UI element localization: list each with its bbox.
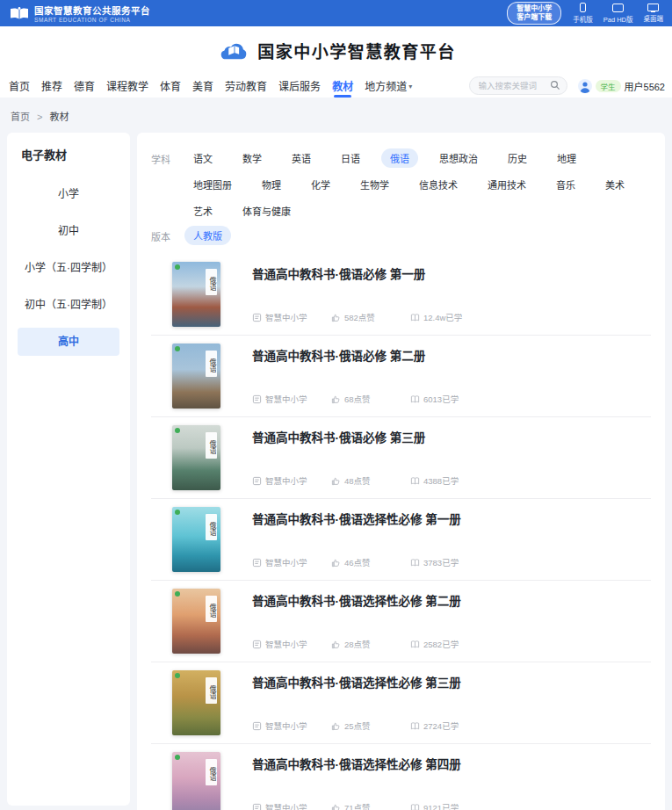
book-row[interactable]: 俄语 普通高中教科书·俄语必修 第三册 智慧中小学	[151, 417, 651, 499]
subject-option[interactable]: 思想政治	[430, 148, 487, 168]
sidebar-item-label: 高中	[58, 336, 79, 348]
nav-item-label: 课程教学	[106, 78, 148, 93]
source-app-icon	[252, 394, 262, 404]
app-version-label: Pad HD版	[603, 14, 633, 24]
nav-item-label: 推荐	[41, 78, 62, 93]
subject-option[interactable]: 俄语	[381, 148, 418, 168]
book-learned: 2582已学	[410, 638, 489, 650]
open-book-small-icon	[410, 721, 420, 731]
book-title: 普通高中教科书·俄语选择性必修 第三册	[252, 673, 651, 691]
book-source: 智慧中小学	[252, 638, 331, 650]
subject-option[interactable]: 语文	[184, 148, 221, 168]
sidebar-title: 电子教材	[7, 146, 130, 163]
thumbs-up-icon	[331, 803, 341, 810]
chevron-down-icon: ▾	[408, 83, 412, 90]
subject-option[interactable]: 体育与健康	[234, 201, 300, 221]
nav-item[interactable]: 美育 ▾	[192, 74, 213, 98]
subject-option[interactable]: 日语	[332, 148, 369, 168]
sidebar-item[interactable]: 初中	[18, 217, 119, 245]
search-icon[interactable]	[550, 80, 560, 90]
subject-option[interactable]: 通用技术	[479, 175, 535, 194]
book-likes-label: 28点赞	[344, 638, 371, 650]
nav-item-label: 教材	[332, 78, 353, 93]
source-app-icon	[252, 640, 262, 649]
thumbs-up-icon	[331, 721, 341, 731]
book-likes: 582点赞	[331, 311, 410, 323]
subject-option[interactable]: 生物学	[351, 175, 398, 194]
open-book-icon	[9, 6, 30, 21]
subject-option[interactable]: 信息技术	[410, 175, 466, 194]
version-option[interactable]: 人教版	[184, 226, 231, 245]
book-meta: 智慧中小学 46点赞	[252, 556, 651, 568]
book-source: 智慧中小学	[252, 311, 331, 323]
book-title: 普通高中教科书·俄语必修 第一册	[252, 264, 651, 282]
book-cover: 俄语	[172, 589, 220, 654]
site-header: 国家中小学智慧教育平台	[0, 26, 672, 74]
nav-item[interactable]: 德育 ▾	[74, 74, 95, 98]
book-learned-label: 9121已学	[423, 801, 459, 810]
book-source-label: 智慧中小学	[265, 720, 307, 732]
book-row[interactable]: 俄语 普通高中教科书·俄语必修 第一册 智慧中小学	[151, 254, 651, 336]
book-likes-label: 25点赞	[344, 720, 371, 732]
book-source: 智慧中小学	[252, 556, 331, 568]
subject-option[interactable]: 英语	[283, 148, 320, 168]
book-learned-label: 2724已学	[423, 720, 459, 732]
user-menu[interactable]: 学生 用户5562	[578, 79, 666, 93]
nav-item[interactable]: 劳动教育 ▾	[225, 74, 267, 98]
app-version-link[interactable]: 桌面端	[644, 3, 664, 24]
book-row[interactable]: 俄语 普通高中教科书·俄语必修 第二册 智慧中小学	[151, 336, 651, 417]
nav-item-label: 劳动教育	[225, 78, 267, 93]
nav-item[interactable]: 地方频道 ▾	[365, 74, 412, 98]
book-list: 俄语 普通高中教科书·俄语必修 第一册 智慧中小学	[151, 254, 651, 810]
book-title: 普通高中教科书·俄语选择性必修 第一册	[252, 510, 651, 527]
sidebar-item[interactable]: 小学（五·四学制）	[18, 254, 119, 282]
book-meta: 智慧中小学 68点赞	[252, 393, 651, 405]
sidebar-item[interactable]: 小学	[18, 180, 119, 208]
subject-option-label: 历史	[508, 154, 527, 164]
client-download-button[interactable]: 智慧中小学 客户端下载	[507, 2, 561, 24]
platform-logo-title: 国家智慧教育公共服务平台	[34, 4, 150, 17]
user-name: 用户5562	[625, 79, 665, 93]
subject-option-label: 思想政治	[439, 154, 478, 164]
breadcrumb-home[interactable]: 首页	[11, 112, 30, 122]
nav-item[interactable]: 首页 ▾	[9, 74, 30, 98]
nav-item[interactable]: 课程教学 ▾	[106, 74, 148, 98]
book-row[interactable]: 俄语 普通高中教科书·俄语选择性必修 第三册 智慧中小学	[151, 662, 651, 744]
subject-option[interactable]: 历史	[499, 148, 536, 168]
nav-item[interactable]: 推荐 ▾	[41, 74, 62, 98]
app-version-link[interactable]: 手机版	[573, 3, 593, 24]
subject-option[interactable]: 艺术	[184, 201, 221, 221]
publisher-dot-icon	[175, 428, 180, 433]
thumbs-up-icon	[331, 394, 341, 404]
app-version-link[interactable]: Pad HD版	[603, 3, 633, 24]
cover-subject-label: 俄语	[206, 432, 217, 459]
book-row[interactable]: 俄语 普通高中教科书·俄语选择性必修 第一册 智慧中小学	[151, 499, 651, 581]
publisher-dot-icon	[175, 755, 180, 760]
nav-item[interactable]: 体育 ▾	[160, 74, 181, 98]
book-meta: 智慧中小学 28点赞	[252, 638, 651, 650]
subject-option[interactable]: 地理图册	[184, 175, 241, 194]
subject-option-label: 音乐	[556, 180, 575, 191]
nav-item[interactable]: 教材 ▾	[332, 74, 353, 98]
subject-option[interactable]: 物理	[253, 175, 290, 194]
book-likes: 48点赞	[331, 474, 410, 487]
book-row[interactable]: 俄语 普通高中教科书·俄语选择性必修 第二册 智慧中小学	[151, 581, 651, 662]
subject-option[interactable]: 化学	[302, 175, 339, 194]
subject-option[interactable]: 数学	[234, 148, 271, 168]
platform-logo-subtitle: SMART EDUCATION OF CHINA	[34, 17, 150, 23]
subject-option[interactable]: 音乐	[547, 175, 584, 194]
book-row[interactable]: 俄语 普通高中教科书·俄语选择性必修 第四册 智慧中小学	[151, 744, 651, 810]
book-likes: 68点赞	[331, 393, 410, 405]
desktop-icon	[647, 4, 659, 11]
sidebar-item[interactable]: 初中（五·四学制）	[18, 291, 119, 319]
thumbs-up-icon	[331, 313, 341, 322]
open-book-small-icon	[410, 476, 420, 486]
sidebar: 电子教材 小学 初中 小学（五·四学制） 初中（五·四学制） 高中	[7, 133, 130, 806]
subject-option[interactable]: 地理	[548, 148, 585, 168]
nav-item[interactable]: 课后服务 ▾	[278, 74, 321, 98]
sidebar-item[interactable]: 高中	[18, 328, 119, 356]
cover-subject-label: 俄语	[206, 351, 217, 377]
book-learned: 2724已学	[410, 720, 489, 732]
subject-option[interactable]: 美术	[596, 175, 633, 194]
sidebar-item-label: 初中	[58, 225, 79, 237]
